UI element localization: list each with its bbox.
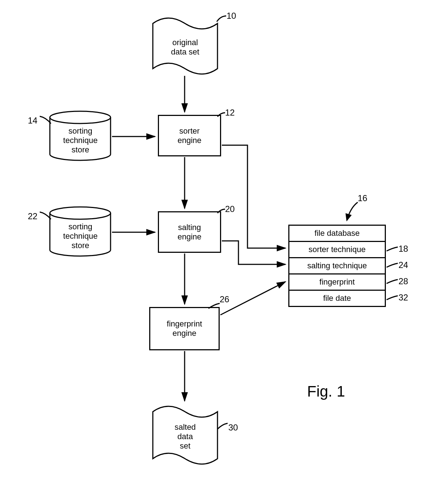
original-data-set-shape bbox=[152, 14, 219, 78]
ref-32: 32 bbox=[399, 293, 408, 303]
db-row-sorter-technique: sorter technique bbox=[289, 242, 385, 258]
sorting-store-1-shape bbox=[49, 110, 112, 163]
ref-24-tick bbox=[386, 263, 399, 268]
ref-32-tick bbox=[386, 295, 399, 300]
ref-16-arrow bbox=[343, 200, 365, 226]
ref-26: 26 bbox=[220, 294, 229, 304]
svg-line-9 bbox=[220, 282, 285, 315]
db-row-file-date: file date bbox=[289, 291, 385, 306]
salted-data-set-shape bbox=[152, 403, 219, 468]
ref-20: 20 bbox=[225, 204, 235, 214]
db-row-salting-technique: salting technique bbox=[289, 258, 385, 274]
svg-point-1 bbox=[50, 207, 111, 219]
ref-14-tick bbox=[39, 116, 52, 125]
ref-10-tick bbox=[216, 15, 227, 22]
ref-26-tick bbox=[208, 303, 220, 309]
sorter-engine-box: sorter engine bbox=[158, 115, 221, 156]
ref-12: 12 bbox=[225, 108, 235, 118]
flowchart-diagram: original data set 10 sorter engine 12 so… bbox=[0, 0, 448, 489]
file-database-table: file database sorter technique salting t… bbox=[288, 225, 386, 307]
ref-28-tick bbox=[386, 279, 399, 284]
ref-20-tick bbox=[217, 208, 226, 214]
sorting-store-2-shape bbox=[49, 206, 112, 258]
fingerprint-engine-box: fingerprint engine bbox=[149, 307, 220, 350]
db-row-file-database: file database bbox=[289, 226, 385, 242]
salting-engine-box: salting engine bbox=[158, 211, 221, 253]
ref-14: 14 bbox=[28, 116, 38, 126]
ref-22-tick bbox=[39, 211, 52, 220]
ref-18-tick bbox=[386, 246, 399, 252]
ref-24: 24 bbox=[399, 260, 408, 270]
ref-10: 10 bbox=[227, 11, 236, 21]
db-row-fingerprint: fingerprint bbox=[289, 274, 385, 291]
ref-18: 18 bbox=[399, 244, 408, 254]
ref-28: 28 bbox=[399, 276, 408, 286]
figure-label: Fig. 1 bbox=[307, 383, 345, 400]
ref-22: 22 bbox=[28, 211, 38, 221]
ref-30: 30 bbox=[228, 423, 238, 433]
ref-12-tick bbox=[217, 112, 226, 117]
svg-point-0 bbox=[50, 111, 111, 124]
ref-30-tick bbox=[217, 423, 228, 430]
